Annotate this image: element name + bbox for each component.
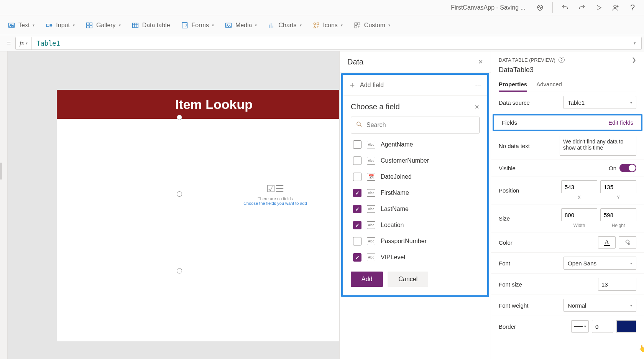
prop-visible-label: Visible — [499, 165, 516, 171]
ribbon-media[interactable]: Media▾ — [225, 21, 257, 29]
edit-fields-link[interactable]: Edit fields — [608, 119, 633, 126]
choose-fields-link[interactable]: Choose the fields you want to add — [225, 201, 325, 206]
ribbon-input[interactable]: Input▾ — [45, 21, 75, 29]
checkbox[interactable] — [353, 140, 361, 149]
position-x-input[interactable] — [561, 180, 597, 193]
field-search[interactable] — [351, 117, 480, 133]
field-row[interactable]: AbcVIPLevel — [351, 249, 480, 265]
data-panel: Data ✕ ＋ Add field ⋯ Choose a field ✕ — [339, 51, 491, 359]
field-row[interactable]: AbcPassportNumber — [351, 233, 480, 249]
help-icon[interactable]: ? — [626, 1, 639, 15]
prop-nodata-label: No data text — [499, 143, 530, 149]
undo-icon[interactable] — [558, 1, 572, 15]
share-icon[interactable] — [609, 1, 623, 15]
datasource-dropdown[interactable]: Table1▾ — [564, 96, 636, 109]
border-width-input[interactable] — [592, 320, 613, 333]
fontsize-input[interactable] — [598, 278, 636, 291]
svg-rect-15 — [355, 25, 357, 28]
date-type-icon: 📅 — [367, 173, 375, 181]
svg-point-16 — [357, 122, 360, 125]
control-name: DataTable3 — [499, 66, 636, 74]
text-type-icon: Abc — [367, 157, 375, 165]
ribbon-forms[interactable]: Forms▾ — [181, 21, 214, 29]
app-title: FirstCanvasApp - Saving ... — [451, 4, 526, 11]
checkbox[interactable] — [353, 253, 361, 262]
close-icon[interactable]: ✕ — [478, 58, 483, 66]
checkbox[interactable] — [353, 205, 361, 213]
redo-icon[interactable] — [575, 1, 589, 15]
tab-properties[interactable]: Properties — [499, 78, 527, 92]
visible-toggle[interactable] — [619, 164, 636, 172]
help-icon[interactable]: ? — [559, 57, 565, 63]
field-row[interactable]: AbcFirstName — [351, 185, 480, 201]
checkbox[interactable] — [353, 173, 361, 181]
svg-point-11 — [314, 23, 315, 25]
nodata-input[interactable]: We didn't find any data to show at this … — [560, 136, 636, 156]
search-icon — [356, 121, 363, 129]
prop-size-label: Size — [499, 215, 510, 222]
datatable-selection[interactable]: ☑☰ There are no fields Choose the fields… — [179, 117, 339, 271]
svg-rect-13 — [355, 23, 357, 25]
resize-handle[interactable] — [177, 268, 182, 273]
resize-handle[interactable] — [177, 191, 182, 197]
checkbox[interactable] — [353, 189, 361, 197]
checkbox[interactable] — [353, 237, 361, 245]
prop-border-label: Border — [499, 323, 516, 330]
ribbon-custom[interactable]: Custom▾ — [353, 21, 390, 29]
svg-rect-7 — [132, 23, 138, 28]
svg-rect-6 — [90, 25, 92, 28]
text-type-icon: Abc — [367, 221, 375, 229]
design-canvas[interactable]: Item Lookup ☑☰ There are no fields Choos… — [8, 51, 339, 359]
svg-rect-14 — [358, 23, 360, 25]
prop-position-label: Position — [499, 187, 519, 194]
screen-header: Item Lookup — [57, 90, 339, 119]
text-type-icon: Abc — [367, 141, 375, 148]
choose-field-popup: Choose a field ✕ AbcAgentName AbcCustome… — [343, 96, 487, 295]
fill-color-picker[interactable] — [619, 236, 636, 249]
ribbon-text[interactable]: AbcText▾ — [8, 21, 34, 29]
tab-advanced[interactable]: Advanced — [536, 78, 562, 92]
cancel-button[interactable]: Cancel — [388, 272, 428, 287]
checklist-icon: ☑☰ — [225, 183, 325, 195]
svg-rect-8 — [182, 22, 187, 28]
play-icon[interactable] — [592, 1, 606, 15]
plus-icon: ＋ — [348, 80, 356, 90]
add-field-button[interactable]: ＋ Add field — [343, 80, 469, 90]
search-input[interactable] — [366, 122, 475, 128]
field-row[interactable]: 📅DateJoined — [351, 169, 480, 185]
resize-handle[interactable] — [177, 115, 182, 120]
add-button[interactable]: Add — [351, 272, 383, 287]
health-icon[interactable] — [533, 1, 547, 15]
formula-input[interactable]: Table1 — [32, 40, 628, 47]
border-style-dropdown[interactable]: ▾ — [571, 320, 589, 333]
ribbon-icons[interactable]: Icons▾ — [312, 21, 343, 29]
insert-ribbon: AbcText▾ Input▾ Gallery▾ Data table Form… — [0, 15, 644, 35]
border-color-swatch[interactable] — [616, 320, 636, 333]
choose-field-title: Choose a field — [351, 102, 400, 111]
font-dropdown[interactable]: Open Sans▾ — [564, 257, 636, 270]
ribbon-datatable[interactable]: Data table — [131, 21, 170, 29]
close-icon[interactable]: ✕ — [475, 104, 480, 110]
ribbon-charts[interactable]: Charts▾ — [268, 21, 301, 29]
more-icon[interactable]: ⋯ — [469, 77, 487, 93]
fontweight-dropdown[interactable]: Normal▾ — [564, 299, 636, 312]
checkbox[interactable] — [353, 156, 361, 165]
size-w-input[interactable] — [561, 208, 597, 221]
svg-rect-12 — [317, 23, 319, 25]
field-row[interactable]: AbcAgentName — [351, 137, 480, 153]
ribbon-gallery[interactable]: Gallery▾ — [85, 21, 121, 29]
field-row[interactable]: AbcLocation — [351, 217, 480, 233]
field-row[interactable]: AbcLastName — [351, 201, 480, 217]
fx-button[interactable]: fx ▾ — [16, 37, 32, 49]
left-rail[interactable] — [0, 51, 8, 359]
empty-state: ☑☰ There are no fields Choose the fields… — [225, 183, 325, 206]
position-y-input[interactable] — [600, 180, 636, 193]
field-row[interactable]: AbcCustomerNumber — [351, 153, 480, 169]
chevron-right-icon[interactable]: ❯ — [632, 57, 636, 63]
section-label: DATA TABLE (PREVIEW) — [499, 57, 555, 63]
checkbox[interactable] — [353, 221, 361, 229]
svg-rect-3 — [86, 23, 89, 25]
size-h-input[interactable] — [600, 208, 636, 221]
formula-expand-icon[interactable]: ▾ — [628, 41, 641, 46]
text-color-picker[interactable]: A — [598, 236, 616, 249]
